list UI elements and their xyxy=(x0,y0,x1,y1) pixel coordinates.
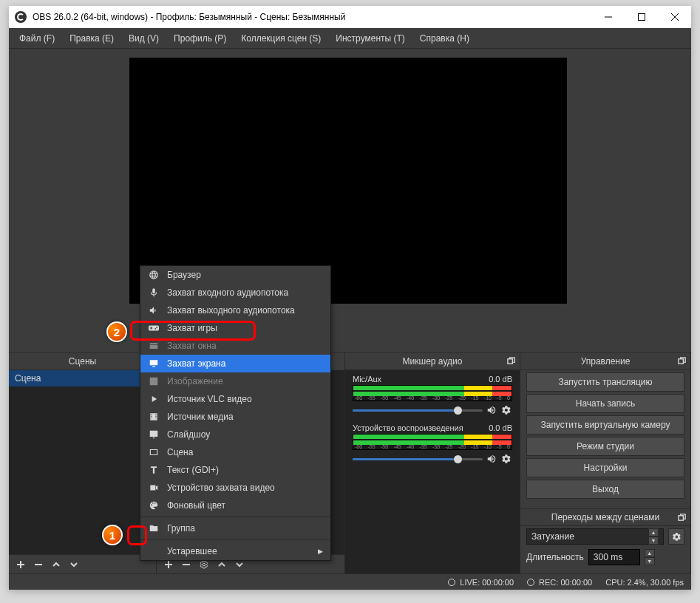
mixer-body: Mic/Aux0.0 dB -60-55-50-45-40-35-30-25-2… xyxy=(345,370,520,573)
menu-scene-collection[interactable]: Коллекция сцен (S) xyxy=(234,30,328,47)
cm-slideshow[interactable]: Слайдшоу xyxy=(140,426,330,443)
window-icon xyxy=(148,341,160,351)
transitions-header: Переходы между сценами xyxy=(520,508,690,526)
folder-icon xyxy=(148,523,160,534)
speaker-icon xyxy=(148,305,160,316)
mixer-ch-name: Устройство воспроизведения xyxy=(353,423,463,432)
menu-divider xyxy=(140,517,330,517)
popout-icon[interactable] xyxy=(505,355,517,367)
controls-body: Запустить трансляцию Начать запись Запус… xyxy=(520,370,690,573)
palette-icon xyxy=(148,500,160,511)
menu-help[interactable]: Справка (H) xyxy=(412,30,477,47)
start-stream-button[interactable]: Запустить трансляцию xyxy=(526,372,684,392)
cm-text[interactable]: Текст (GDI+) xyxy=(140,461,330,479)
titlebar: OBS 26.0.2 (64-bit, windows) - Профиль: … xyxy=(9,6,691,28)
cm-window-capture[interactable]: Захват окна xyxy=(140,337,330,355)
cm-display-capture[interactable]: Захват экрана xyxy=(140,355,330,372)
duration-input[interactable] xyxy=(588,549,640,565)
start-record-button[interactable]: Начать запись xyxy=(526,394,684,413)
obs-logo-icon xyxy=(15,11,27,23)
start-vcam-button[interactable]: Запустить виртуальную камеру xyxy=(526,415,684,435)
transition-select[interactable]: Затухание ▲▼ xyxy=(526,528,664,545)
mixer-channel-mic: Mic/Aux0.0 dB -60-55-50-45-40-35-30-25-2… xyxy=(345,370,520,419)
gear-icon[interactable] xyxy=(500,453,512,465)
window-title: OBS 26.0.2 (64-bit, windows) - Профиль: … xyxy=(33,12,345,22)
app-window: OBS 26.0.2 (64-bit, windows) - Профиль: … xyxy=(9,6,691,590)
scene-remove-button[interactable] xyxy=(30,556,47,573)
menu-tools[interactable]: Инструменты (T) xyxy=(328,30,412,47)
play-icon xyxy=(148,394,160,404)
dock-scenes: Сцены Сцена xyxy=(9,352,157,573)
close-button[interactable] xyxy=(658,6,691,28)
monitor-icon xyxy=(148,358,160,369)
maximize-button[interactable] xyxy=(625,6,658,28)
annotation-badge-2: 2 xyxy=(106,321,127,342)
broadcast-icon xyxy=(448,579,455,586)
scenes-toolbar xyxy=(9,554,156,573)
mixer-ch-name: Mic/Aux xyxy=(353,375,381,384)
dock-controls-header: Управление xyxy=(520,352,690,370)
mixer-ch-db: 0.0 dB xyxy=(489,423,512,432)
volume-slider[interactable] xyxy=(353,458,483,460)
status-rec: REC: 00:00:00 xyxy=(527,578,592,587)
cm-deprecated[interactable]: Устаревшее▶ xyxy=(140,542,330,560)
scenes-list[interactable]: Сцена xyxy=(9,370,156,554)
cm-audio-output[interactable]: Захват выходного аудиопотока xyxy=(140,302,330,319)
cm-video-capture[interactable]: Устройство захвата видео xyxy=(140,479,330,497)
cm-scene[interactable]: Сцена xyxy=(140,443,330,461)
vu-meter: -60-55-50-45-40-35-30-25-20-15-10-50 xyxy=(353,385,512,401)
annotation-badge-1: 1 xyxy=(102,525,123,545)
exit-button[interactable]: Выход xyxy=(526,480,684,499)
chevron-right-icon: ▶ xyxy=(318,548,323,555)
window-controls xyxy=(591,6,691,28)
scene-up-button[interactable] xyxy=(47,556,65,573)
dock-mixer: Микшер аудио Mic/Aux0.0 dB -60-55-50-45-… xyxy=(345,352,520,573)
globe-icon xyxy=(148,270,160,280)
transition-settings-button[interactable] xyxy=(668,528,684,545)
popout-icon[interactable] xyxy=(676,511,687,523)
camera-icon xyxy=(148,483,160,493)
cm-vlc-source[interactable]: Источник VLC видео xyxy=(140,390,330,408)
scene-down-button[interactable] xyxy=(65,556,83,573)
image-icon xyxy=(148,376,160,386)
cm-audio-input[interactable]: Захват входного аудиопотока xyxy=(140,284,330,302)
studio-mode-button[interactable]: Режим студии xyxy=(526,437,684,456)
film-icon xyxy=(148,412,160,422)
settings-button[interactable]: Настройки xyxy=(526,458,684,477)
cm-game-capture[interactable]: Захват игры xyxy=(140,319,330,337)
menu-profile[interactable]: Профиль (P) xyxy=(166,30,234,47)
svg-rect-3 xyxy=(678,359,682,364)
cm-browser[interactable]: Браузер xyxy=(140,266,330,284)
mixer-channel-desktop: Устройство воспроизведения0.0 dB -60-55-… xyxy=(345,419,520,468)
add-source-context-menu: Браузер Захват входного аудиопотока Захв… xyxy=(140,265,331,561)
dock-controls: Управление Запустить трансляцию Начать з… xyxy=(520,352,691,573)
duration-up[interactable]: ▲ xyxy=(645,549,655,557)
cm-image[interactable]: Изображение xyxy=(140,372,330,390)
status-cpu: CPU: 2.4%, 30.00 fps xyxy=(605,578,684,587)
svg-rect-4 xyxy=(678,515,682,519)
text-icon xyxy=(148,465,160,475)
menu-divider xyxy=(140,539,330,540)
mixer-ch-db: 0.0 dB xyxy=(489,375,512,384)
preview-area: Источник не выбран Сцены Сцена xyxy=(9,49,691,590)
speaker-icon[interactable] xyxy=(486,453,497,465)
scene-add-button[interactable] xyxy=(12,556,30,573)
gear-icon[interactable] xyxy=(500,404,512,416)
menu-file[interactable]: Файл (F) xyxy=(12,30,62,47)
volume-slider[interactable] xyxy=(353,409,483,412)
gamepad-icon xyxy=(148,323,160,333)
cm-color-source[interactable]: Фоновый цвет xyxy=(140,497,330,514)
scene-item[interactable]: Сцена xyxy=(9,370,156,386)
speaker-icon[interactable] xyxy=(486,404,497,416)
menu-view[interactable]: Вид (V) xyxy=(121,30,166,47)
minimize-button[interactable] xyxy=(591,6,625,28)
popout-icon[interactable] xyxy=(676,355,687,367)
vu-meter: -60-55-50-45-40-35-30-25-20-15-10-50 xyxy=(353,434,512,450)
duration-down[interactable]: ▼ xyxy=(645,557,655,565)
cm-media-source[interactable]: Источник медиа xyxy=(140,408,330,426)
record-icon xyxy=(527,579,534,586)
cm-group[interactable]: Группа xyxy=(140,519,330,537)
duration-label: Длительность xyxy=(526,552,584,562)
content-area: Файл (F) Правка (E) Вид (V) Профиль (P) … xyxy=(9,28,691,590)
menu-edit[interactable]: Правка (E) xyxy=(62,30,121,47)
